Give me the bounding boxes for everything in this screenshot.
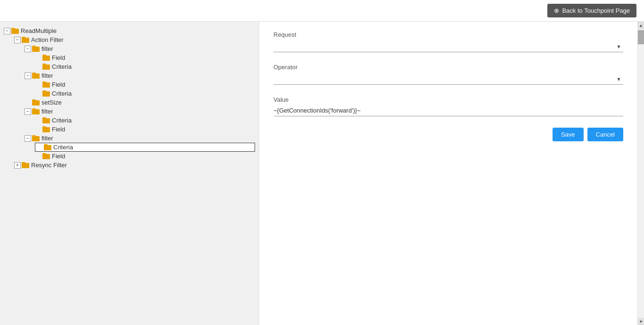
folder-icon-filter2 bbox=[32, 73, 40, 79]
cancel-label: Cancel bbox=[596, 131, 615, 138]
request-select-wrapper: ▼ bbox=[273, 41, 623, 52]
tree-item-criteria4-selected: Criteria bbox=[35, 143, 255, 152]
node-filter2[interactable]: − filter bbox=[25, 71, 255, 80]
node-criteria1[interactable]: Criteria bbox=[35, 62, 255, 71]
folder-icon-readmultiple bbox=[11, 28, 19, 34]
tree-item-criteria2: Criteria bbox=[35, 89, 255, 98]
label-criteria3: Criteria bbox=[52, 117, 72, 124]
value-input[interactable] bbox=[273, 106, 623, 116]
folder-icon-criteria2 bbox=[42, 90, 50, 97]
cancel-button[interactable]: Cancel bbox=[587, 128, 623, 141]
folder-icon-criteria1 bbox=[42, 64, 50, 70]
back-icon: ⊕ bbox=[554, 7, 559, 14]
save-button[interactable]: Save bbox=[553, 128, 584, 141]
tree-item-field3: Field bbox=[35, 125, 255, 134]
tree-item-filter1: − filter Field bbox=[25, 44, 255, 71]
node-field1[interactable]: Field bbox=[35, 53, 255, 62]
folder-icon-field4 bbox=[42, 153, 50, 159]
tree-item-readmultiple: − ReadMultiple − Action Filter bbox=[4, 26, 255, 170]
tree-item-setsize: setSize bbox=[25, 98, 255, 107]
folder-icon-criteria3 bbox=[42, 117, 50, 123]
page-scrollbar[interactable]: ▲ ▼ bbox=[637, 22, 644, 325]
label-field4: Field bbox=[52, 153, 65, 160]
node-filter3[interactable]: − filter bbox=[25, 107, 255, 116]
node-actionfilter[interactable]: − Action Filter bbox=[14, 35, 255, 44]
node-criteria4-selected[interactable]: Criteria bbox=[35, 143, 255, 152]
children-filter1: Field Criteria bbox=[25, 53, 255, 71]
children-actionfilter: − filter Field bbox=[14, 44, 255, 161]
value-group: Value bbox=[273, 96, 623, 116]
operator-label: Operator bbox=[273, 64, 623, 71]
children-filter3: Criteria Field bbox=[25, 116, 255, 134]
scrollbar-down-arrow[interactable]: ▼ bbox=[638, 318, 644, 325]
top-bar: ⊕ Back to Touchpoint Page bbox=[0, 0, 644, 22]
label-filter4: filter bbox=[41, 135, 53, 142]
tree-root: − ReadMultiple − Action Filter bbox=[4, 26, 255, 170]
label-actionfilter: Action Filter bbox=[31, 36, 64, 43]
label-field2: Field bbox=[52, 81, 65, 88]
folder-icon-field1 bbox=[42, 55, 50, 61]
operator-select[interactable] bbox=[273, 73, 623, 82]
back-button-label: Back to Touchpoint Page bbox=[562, 7, 630, 14]
expand-readmultiple[interactable]: − bbox=[4, 28, 10, 34]
form-actions: Save Cancel bbox=[273, 128, 623, 141]
label-setsize: setSize bbox=[41, 99, 62, 106]
node-criteria2[interactable]: Criteria bbox=[35, 89, 255, 98]
operator-group: Operator ▼ bbox=[273, 64, 623, 85]
back-to-touchpoint-button[interactable]: ⊕ Back to Touchpoint Page bbox=[547, 4, 636, 17]
label-criteria2: Criteria bbox=[52, 90, 72, 97]
tree-item-filter3: − filter Criteria bbox=[25, 107, 255, 134]
tree-item-resyncfilter: + Resync Filter bbox=[14, 161, 255, 170]
folder-icon-field2 bbox=[42, 81, 50, 88]
scrollbar-up-arrow[interactable]: ▲ bbox=[638, 22, 644, 29]
node-filter4[interactable]: − filter bbox=[25, 134, 255, 143]
folder-icon-field3 bbox=[42, 126, 50, 132]
tree-item-criteria1: Criteria bbox=[35, 62, 255, 71]
expand-actionfilter[interactable]: − bbox=[14, 37, 21, 43]
tree-item-criteria3: Criteria bbox=[35, 116, 255, 125]
request-label: Request bbox=[273, 31, 623, 38]
folder-icon-filter3 bbox=[32, 108, 40, 114]
children-filter2: Field Criteria bbox=[25, 80, 255, 98]
request-group: Request ▼ bbox=[273, 31, 623, 52]
value-label: Value bbox=[273, 96, 623, 103]
label-filter2: filter bbox=[41, 72, 53, 79]
tree-item-field1: Field bbox=[35, 53, 255, 62]
label-field1: Field bbox=[52, 54, 65, 61]
folder-icon-filter1 bbox=[32, 46, 40, 52]
tree-item-filter4: − filter Criteria bbox=[25, 134, 255, 161]
label-resyncfilter: Resync Filter bbox=[31, 162, 67, 169]
node-field3[interactable]: Field bbox=[35, 125, 255, 134]
expand-filter3[interactable]: − bbox=[25, 108, 31, 115]
save-label: Save bbox=[561, 131, 575, 138]
tree-item-field2: Field bbox=[35, 80, 255, 89]
label-field3: Field bbox=[52, 126, 65, 133]
folder-icon-actionfilter bbox=[22, 37, 29, 43]
tree-item-filter2: − filter Field bbox=[25, 71, 255, 98]
label-criteria4: Criteria bbox=[53, 144, 73, 151]
operator-select-wrapper: ▼ bbox=[273, 73, 623, 85]
node-resyncfilter[interactable]: + Resync Filter bbox=[14, 161, 255, 170]
request-select[interactable] bbox=[273, 41, 623, 50]
folder-icon-criteria4 bbox=[44, 144, 51, 150]
node-filter1[interactable]: − filter bbox=[25, 44, 255, 53]
node-setsize[interactable]: setSize bbox=[25, 98, 255, 107]
label-filter3: filter bbox=[41, 108, 53, 115]
tree-item-actionfilter: − Action Filter − filter bbox=[14, 35, 255, 161]
node-criteria3[interactable]: Criteria bbox=[35, 116, 255, 125]
tree-item-field4: Field bbox=[35, 152, 255, 161]
folder-icon-setsize bbox=[32, 99, 40, 106]
expand-filter4[interactable]: − bbox=[25, 135, 31, 142]
tree-panel: − ReadMultiple − Action Filter bbox=[0, 22, 259, 325]
node-field2[interactable]: Field bbox=[35, 80, 255, 89]
expand-filter1[interactable]: − bbox=[25, 46, 31, 52]
main-layout: − ReadMultiple − Action Filter bbox=[0, 22, 644, 325]
scrollbar-thumb[interactable] bbox=[638, 30, 644, 44]
node-field4[interactable]: Field bbox=[35, 152, 255, 161]
expand-filter2[interactable]: − bbox=[25, 73, 31, 79]
node-readmultiple[interactable]: − ReadMultiple bbox=[4, 26, 255, 35]
expand-resyncfilter[interactable]: + bbox=[14, 162, 21, 169]
right-panel: Request ▼ Operator ▼ Value bbox=[259, 22, 637, 325]
label-readmultiple: ReadMultiple bbox=[21, 27, 57, 34]
label-filter1: filter bbox=[41, 45, 53, 52]
